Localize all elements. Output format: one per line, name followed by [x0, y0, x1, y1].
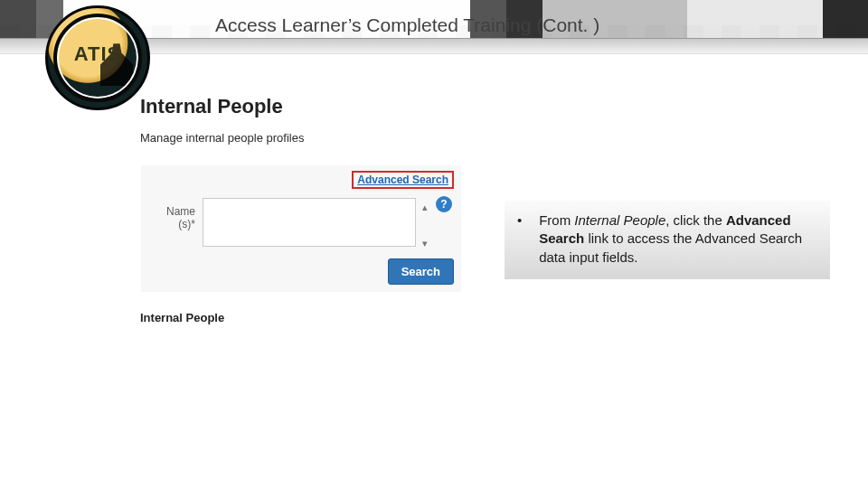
name-field-label: Name (s)* — [152, 205, 195, 230]
bullet-icon: • — [517, 211, 535, 230]
name-multiline-input[interactable] — [203, 198, 416, 247]
page-title: Internal People — [140, 95, 471, 118]
logo-text: ATIS — [48, 42, 147, 66]
search-button[interactable]: Search — [388, 258, 454, 285]
soldier-silhouette-icon — [100, 39, 133, 86]
slide-title: Access Learner’s Completed Training (Con… — [215, 14, 599, 36]
atis-logo: ATIS — [45, 5, 150, 110]
chevron-down-icon[interactable]: ▾ — [418, 236, 432, 250]
chevron-up-icon[interactable]: ▴ — [418, 200, 432, 214]
search-form: Advanced Search Name (s)* ▴ ▾ ? Search — [140, 164, 462, 293]
page-subtitle: Manage internal people profiles — [140, 131, 471, 145]
internal-people-screenshot: Internal People Manage internal people p… — [140, 95, 471, 324]
results-heading: Internal People — [140, 311, 471, 324]
advanced-search-link[interactable]: Advanced Search — [352, 171, 454, 189]
help-icon[interactable]: ? — [436, 196, 452, 212]
instruction-text: From Internal People, click the Advanced… — [539, 211, 810, 267]
instruction-callout: • From Internal People, click the Advanc… — [505, 201, 830, 279]
